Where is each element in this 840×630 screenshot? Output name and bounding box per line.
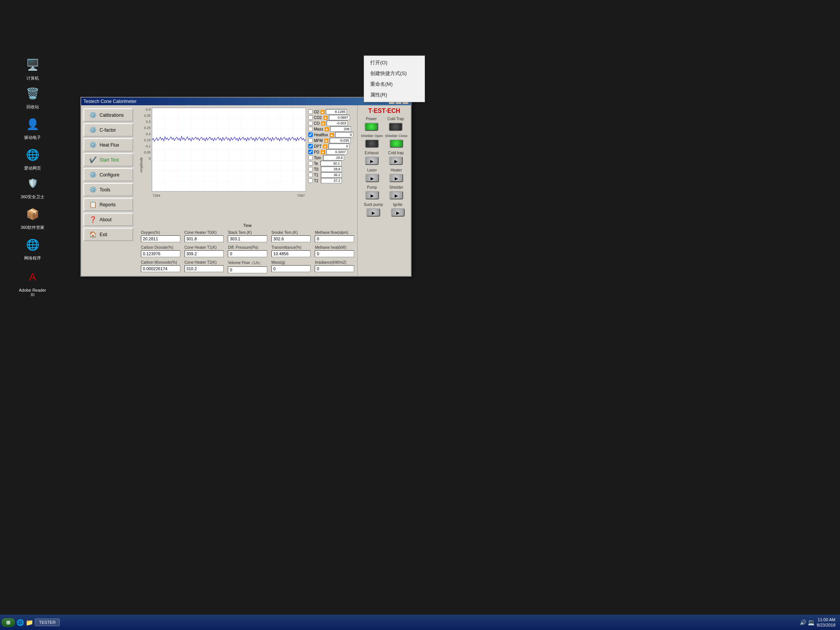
label-co2: Carbon Dioxide(%) bbox=[141, 245, 180, 250]
value-cone-t0[interactable] bbox=[185, 235, 224, 242]
label-stack-tem: Stack Tem.(K) bbox=[228, 230, 267, 235]
waveform-svg bbox=[152, 108, 306, 191]
shielder-close-button[interactable] bbox=[389, 139, 403, 148]
taskbar-item-tester[interactable]: TESTER bbox=[35, 619, 60, 626]
value-mass[interactable] bbox=[271, 265, 311, 272]
start-button[interactable]: ⊞ bbox=[2, 618, 15, 627]
label-cold-trap2: Cold trap bbox=[388, 151, 404, 155]
desktop-icon-software[interactable]: 📦 360软件管家 bbox=[17, 205, 48, 230]
x-axis-title: Time bbox=[244, 224, 252, 228]
label-methane-heat: Methane heat(kW) bbox=[315, 245, 354, 250]
taskbar-right-area: 🔊 💻 11:00 AM 9/23/2018 bbox=[800, 617, 838, 628]
legend-panel: O2 🔼 8.1285 CO2 🔼 0.0897 CO bbox=[306, 108, 356, 223]
legend-checkbox-t0[interactable] bbox=[308, 167, 313, 171]
app-title: Testech Cone Calorimeter bbox=[83, 99, 137, 104]
label-cone-t1: Cone Heater T1(K) bbox=[185, 245, 224, 250]
value-stack-tem[interactable] bbox=[228, 235, 267, 242]
legend-checkbox-dpt[interactable] bbox=[308, 144, 313, 149]
value-irradiance[interactable] bbox=[315, 265, 354, 272]
legend-value-heatflux: 0 bbox=[335, 132, 353, 137]
shielder2-button[interactable]: ▶ bbox=[389, 191, 403, 199]
chart-container: Amplitude 0.4 0.35 0.3 0.25 0.2 0.15 0.1… bbox=[138, 105, 357, 224]
label-mass: Mass(g) bbox=[271, 260, 311, 264]
cfactor-button[interactable]: ⚙️ C-factor bbox=[83, 123, 133, 137]
reports-button[interactable]: 📋 Reports bbox=[83, 198, 133, 211]
exhaust-button[interactable]: ▶ bbox=[365, 157, 379, 165]
legend-value-t0: 28.8 bbox=[321, 166, 342, 172]
context-menu-item-shortcut[interactable]: 创建快捷方式(S) bbox=[364, 68, 425, 79]
configure-button[interactable]: ⚙️ Configure bbox=[83, 168, 133, 181]
value-methane-heat[interactable] bbox=[315, 250, 354, 257]
legend-checkbox-heatflux[interactable] bbox=[308, 132, 313, 137]
context-menu-item-rename[interactable]: 重命名(M) bbox=[364, 79, 425, 90]
label-shielder2: Shielder bbox=[389, 185, 404, 189]
label-smoke-tem: Smoke Tem.(K) bbox=[271, 230, 311, 235]
taskbar-quick-launch: 🌐 📁 bbox=[16, 619, 33, 626]
y-axis-title: Amplitude bbox=[139, 157, 143, 173]
label-methane-flow: Methane flow(slpm) bbox=[315, 230, 354, 235]
starttest-button[interactable]: ✔️ Start Test bbox=[83, 153, 133, 166]
desktop-icon-security[interactable]: 🛡️ 360安全卫士 bbox=[17, 174, 48, 200]
legend-value-t1: 36.2 bbox=[321, 172, 342, 178]
legend-checkbox-co2[interactable] bbox=[308, 115, 313, 120]
value-diff-pressure[interactable] bbox=[228, 250, 267, 257]
legend-checkbox-t1[interactable] bbox=[308, 173, 313, 177]
desktop-icon-recycle[interactable]: 🗑️ 回收站 bbox=[17, 84, 48, 110]
cold-trap-button[interactable] bbox=[389, 122, 402, 131]
center-panel: Amplitude 0.4 0.35 0.3 0.25 0.2 0.15 0.1… bbox=[138, 105, 357, 275]
about-button[interactable]: ❓ About bbox=[83, 213, 133, 226]
calibrations-button[interactable]: ⚙️ Calibrations bbox=[83, 108, 133, 122]
pump-button[interactable]: ▶ bbox=[365, 191, 379, 199]
desktop-icon-computer[interactable]: 🖥️ 计算机 bbox=[17, 55, 48, 81]
label-cone-t2: Cone Heater T2(K) bbox=[185, 260, 224, 264]
measurements-table: Oxygen(%) Cone Heater T0(K) Stack Tem.(K… bbox=[138, 228, 357, 275]
taskbar-ie-icon[interactable]: 🌐 bbox=[16, 619, 24, 626]
context-menu: 打开(O) 创建快捷方式(S) 重命名(M) 属性(R) bbox=[364, 55, 425, 102]
heater-button[interactable]: ▶ bbox=[389, 174, 403, 182]
clock-time: 11:00 AM bbox=[817, 617, 835, 622]
desktop-icon-ie[interactable]: 🌐 网络程序 bbox=[17, 235, 48, 261]
legend-checkbox-mfm[interactable] bbox=[308, 138, 313, 143]
desktop-icon-browser[interactable]: 🌐 爱动网页 bbox=[17, 145, 48, 171]
desktop-icon-adobe[interactable]: A Adobe Reader XI bbox=[17, 268, 48, 297]
value-transmittance[interactable] bbox=[271, 250, 311, 257]
label-cone-t0: Cone Heater T0(K) bbox=[185, 230, 224, 235]
app-titlebar: Testech Cone Calorimeter _ □ ✕ bbox=[81, 98, 411, 105]
laser-button[interactable]: ▶ bbox=[365, 174, 379, 182]
suck-pump-button[interactable]: ▶ bbox=[366, 208, 380, 217]
label-heater: Heater bbox=[391, 168, 402, 172]
legend-checkbox-te[interactable] bbox=[308, 161, 313, 166]
taskbar: ⊞ 🌐 📁 TESTER 🔊 💻 11:00 AM 9/23/2018 bbox=[0, 615, 840, 630]
exit-button[interactable]: 🏠 Exit bbox=[83, 228, 133, 241]
label-exhaust: Exhaust bbox=[365, 151, 379, 155]
context-menu-item-properties[interactable]: 属性(R) bbox=[364, 90, 425, 100]
value-co[interactable] bbox=[141, 265, 180, 272]
cold-trap2-button[interactable]: ▶ bbox=[389, 157, 403, 165]
taskbar-folder-icon[interactable]: 📁 bbox=[26, 619, 33, 626]
heatflux-button[interactable]: ⚙️ Heat Flux bbox=[83, 138, 133, 152]
legend-checkbox-t2[interactable] bbox=[308, 178, 313, 183]
label-shielder-open: Shielder Open bbox=[361, 134, 383, 138]
right-panel: T·EST·ECH Power Cold Trap S bbox=[357, 105, 411, 275]
value-co2[interactable] bbox=[141, 250, 180, 257]
value-smoke-tem[interactable] bbox=[271, 235, 311, 242]
legend-checkbox-pd[interactable] bbox=[308, 150, 313, 154]
legend-checkbox-mass[interactable] bbox=[308, 127, 313, 131]
legend-checkbox-co[interactable] bbox=[308, 121, 313, 126]
legend-value-co2: 0.0897 bbox=[329, 115, 350, 120]
tools-button[interactable]: ⚙️ Tools bbox=[83, 183, 133, 196]
legend-checkbox-tsm[interactable] bbox=[308, 155, 313, 160]
context-menu-item-open[interactable]: 打开(O) bbox=[364, 57, 425, 68]
ignite-button[interactable]: ▶ bbox=[391, 208, 405, 217]
value-cone-t2[interactable] bbox=[185, 265, 224, 272]
value-oxygen[interactable] bbox=[141, 235, 180, 242]
legend-value-pd: 0.3207 bbox=[326, 149, 347, 155]
value-methane-flow[interactable] bbox=[315, 235, 354, 242]
legend-value-tsm: 29.6 bbox=[323, 155, 344, 160]
value-volume-flow[interactable] bbox=[228, 266, 267, 273]
shielder-open-button[interactable] bbox=[365, 139, 379, 148]
power-button[interactable] bbox=[364, 122, 378, 131]
value-cone-t1[interactable] bbox=[185, 250, 224, 257]
legend-checkbox-o2[interactable] bbox=[308, 109, 313, 114]
desktop-icon-drive[interactable]: 👤 驱动电子 bbox=[17, 115, 48, 140]
